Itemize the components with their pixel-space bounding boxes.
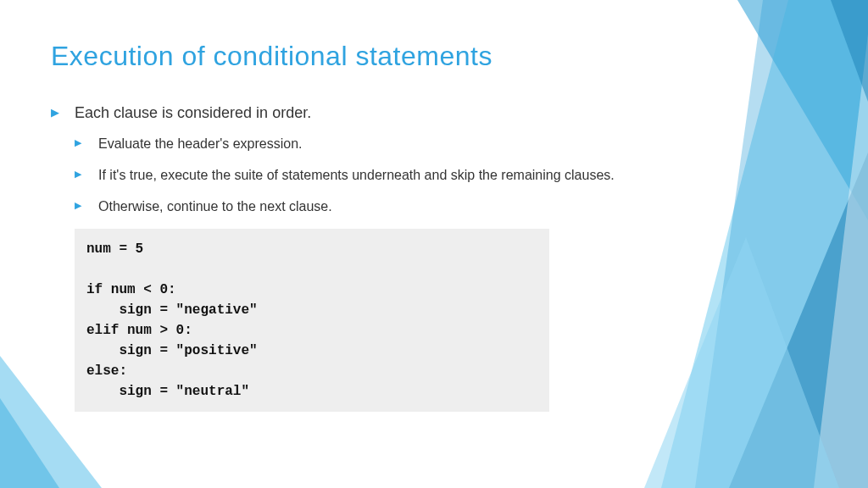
list-item: Evaluate the header's expression. bbox=[75, 134, 817, 153]
list-item: Each clause is considered in order. Eval… bbox=[51, 104, 817, 217]
svg-marker-2 bbox=[695, 0, 868, 488]
list-item-text: Evaluate the header's expression. bbox=[98, 136, 303, 151]
svg-marker-4 bbox=[814, 34, 868, 488]
slide: Execution of conditional statements Each… bbox=[0, 0, 868, 488]
list-item-text: Otherwise, continue to the next clause. bbox=[98, 199, 332, 214]
slide-title: Execution of conditional statements bbox=[51, 41, 817, 72]
list-item: If it's true, execute the suite of state… bbox=[75, 165, 817, 185]
list-item: Otherwise, continue to the next clause. bbox=[75, 197, 817, 216]
list-item-text: Each clause is considered in order. bbox=[75, 104, 311, 121]
svg-marker-8 bbox=[0, 398, 59, 488]
svg-marker-6 bbox=[644, 237, 839, 488]
svg-marker-1 bbox=[661, 0, 868, 488]
svg-marker-5 bbox=[831, 0, 868, 102]
bullet-list: Each clause is considered in order. Eval… bbox=[51, 104, 817, 217]
list-item-text: If it's true, execute the suite of state… bbox=[98, 168, 615, 182]
code-block: num = 5 if num < 0: sign = "negative" el… bbox=[75, 229, 549, 412]
bullet-sublist: Evaluate the header's expression. If it'… bbox=[75, 134, 817, 217]
